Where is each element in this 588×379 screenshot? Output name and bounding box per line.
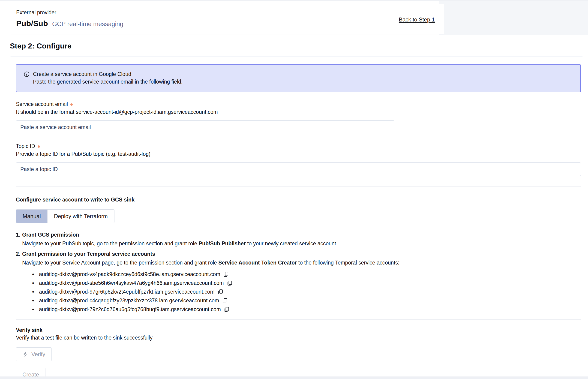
service-account-list: • auditlog-dktxv@prod-vs4padk9dkczcey6d6… [16, 270, 581, 314]
copy-button[interactable] [224, 306, 230, 313]
info-icon [24, 71, 30, 77]
provider-subtitle: GCP real-time messaging [52, 20, 124, 28]
copy-icon [224, 306, 230, 313]
info-banner-body: Paste the generated service account emai… [33, 78, 183, 86]
copy-button[interactable] [217, 289, 224, 295]
verify-button[interactable]: Verify [16, 347, 52, 361]
service-account-item: • auditlog-dktxv@prod-97gr6tp6zkv2t4epub… [32, 287, 581, 296]
copy-button[interactable] [223, 271, 229, 277]
instruction-title: Grant permission to your Temporal servic… [22, 250, 581, 258]
bullet-icon: • [32, 288, 39, 295]
verify-sink-description: Verify that a test file can be written t… [16, 335, 581, 341]
instruction-number: 2. [16, 250, 22, 258]
service-account-email: auditlog-dktxv@prod-97gr6tp6zkv2t4epubff… [39, 289, 215, 295]
topic-id-label: Topic ID [16, 143, 35, 149]
info-banner-title: Create a service account in Google Cloud [33, 70, 183, 78]
service-account-email: auditlog-dktxv@prod-79z2c6d76au6g5fcq768… [39, 306, 221, 313]
configure-card: Create a service account in Google Cloud… [10, 57, 583, 376]
topic-id-label-row: Topic ID [16, 143, 581, 149]
bullet-icon: • [32, 271, 39, 278]
section-divider [16, 187, 581, 187]
service-account-email: auditlog-dktxv@prod-sbe56h6wr4sykaw47a6y… [39, 280, 224, 286]
provider-card-info: External provider Pub/Sub GCP real-time … [16, 9, 124, 28]
copy-icon [217, 289, 224, 295]
configure-sink-heading: Configure service account to write to GC… [16, 197, 581, 203]
service-account-item: • auditlog-dktxv@prod-vs4padk9dkczcey6d6… [32, 270, 581, 279]
copy-icon [227, 280, 233, 286]
instruction-body: Navigate to your PubSub topic, go to the… [22, 240, 581, 247]
instruction-text: to your newly created service account. [246, 240, 338, 247]
service-account-item: • auditlog-dktxv@prod-sbe56h6wr4sykaw47a… [32, 279, 581, 287]
instruction-body: Navigate to your Service Account page, g… [22, 259, 581, 267]
topic-id-input[interactable] [16, 162, 581, 176]
service-account-item: • auditlog-dktxv@prod-c4cqaqgbfzy23vpzkb… [32, 296, 581, 305]
service-account-email: auditlog-dktxv@prod-c4cqaqgbfzy23vpzkbxz… [39, 298, 219, 304]
instruction-title: Grant GCS permission [22, 231, 581, 239]
copy-icon [222, 298, 228, 304]
copy-button[interactable] [222, 298, 228, 304]
required-indicator [70, 103, 73, 106]
topic-id-help: Provide a topic ID for a Pub/Sub topic (… [16, 151, 581, 157]
role-name: Service Account Token Creator [218, 260, 297, 266]
service-account-email-help: It should be in the format service-accou… [16, 109, 581, 115]
service-account-email-input[interactable] [16, 121, 394, 134]
section-divider [16, 319, 581, 320]
bullet-icon: • [32, 306, 39, 313]
instruction-item-2: 2. Grant permission to your Temporal ser… [16, 250, 581, 267]
copy-button[interactable] [227, 280, 233, 286]
instruction-text: to the following Temporal service accoun… [297, 260, 399, 266]
bullet-icon: • [32, 297, 39, 304]
provider-card: External provider Pub/Sub GCP real-time … [10, 4, 444, 34]
service-account-item: • auditlog-dktxv@prod-79z2c6d76au6g5fcq7… [32, 305, 581, 314]
tab-manual[interactable]: Manual [16, 210, 47, 223]
copy-icon [223, 271, 229, 277]
service-account-email-label: Service account email [16, 101, 68, 107]
instruction-list: 1. Grant GCS permission Navigate to your… [16, 231, 581, 267]
provider-name: Pub/Sub [16, 19, 48, 28]
service-account-email-label-row: Service account email [16, 101, 581, 107]
instruction-text: Navigate to your PubSub topic, go to the… [22, 240, 199, 247]
role-name: Pub/Sub Publisher [199, 240, 246, 247]
bullet-icon: • [32, 280, 39, 286]
instruction-item-1: 1. Grant GCS permission Navigate to your… [16, 231, 581, 247]
page-title: Step 2: Configure [10, 42, 588, 50]
instruction-text: Navigate to your Service Account page, g… [22, 260, 218, 266]
info-banner-text: Create a service account in Google Cloud… [33, 70, 183, 86]
zap-icon [22, 351, 28, 357]
service-account-email: auditlog-dktxv@prod-vs4padk9dkczcey6d6st… [39, 271, 220, 277]
verify-sink-heading: Verify sink [16, 327, 581, 333]
back-to-step-1-link[interactable]: Back to Step 1 [399, 16, 435, 23]
header-background [439, 1, 588, 35]
tab-deploy-with-terraform[interactable]: Deploy with Terraform [47, 210, 114, 223]
provider-eyebrow: External provider [16, 9, 124, 16]
required-indicator [38, 145, 40, 148]
verify-button-label: Verify [31, 351, 45, 358]
info-banner: Create a service account in Google Cloud… [16, 64, 581, 92]
instruction-number: 1. [16, 231, 22, 239]
provider-name-row: Pub/Sub GCP real-time messaging [16, 19, 124, 28]
verify-button-row: Verify [16, 341, 581, 361]
configure-tab-group: Manual Deploy with Terraform [16, 209, 114, 223]
page-bottom-background [0, 377, 588, 379]
